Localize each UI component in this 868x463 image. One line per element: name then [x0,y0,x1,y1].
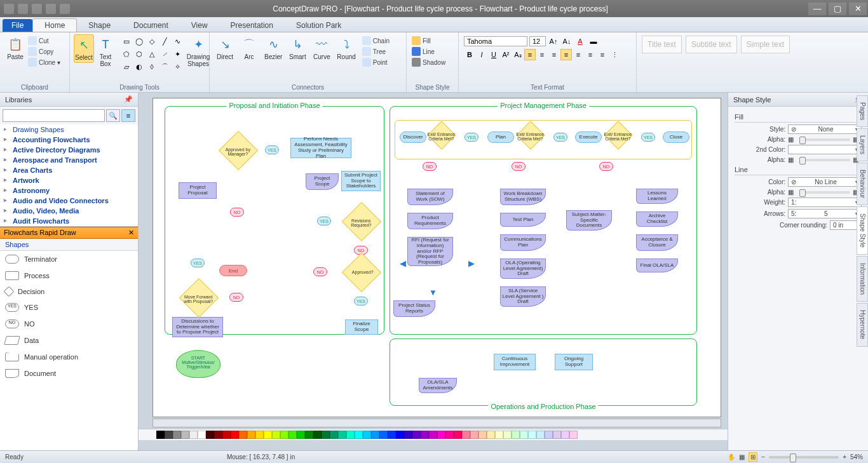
subtitle-text-placeholder[interactable]: Subtitle text [686,36,737,53]
node[interactable]: Discover [400,131,426,143]
node-doc[interactable]: OLA (Operating Level Agreement) Draft [500,258,546,279]
shape-yes[interactable]: YESYES [0,299,138,316]
lib-item[interactable]: Aerospace and Transport [0,155,138,165]
color-swatch[interactable] [280,431,288,439]
title-text-placeholder[interactable]: Title text [642,36,682,53]
shape-decision[interactable]: Decision [0,284,138,299]
library-search-input[interactable] [3,109,105,122]
color-swatch[interactable] [503,431,512,439]
qat-icon[interactable] [46,4,56,14]
sidetab-behaviour[interactable]: Behaviour [857,163,868,205]
color-swatch[interactable] [553,431,561,439]
color-swatch[interactable] [214,431,222,439]
color-swatch[interactable] [429,431,437,439]
shape-process[interactable]: Process [0,267,138,284]
italic-button[interactable]: I [476,49,487,60]
color-swatch[interactable] [330,431,338,439]
lib-item[interactable]: Audio and Video Connectors [0,196,138,206]
shape-tool-icon[interactable]: ✧ [172,61,183,72]
pin-icon[interactable]: 📌 [124,95,133,104]
connector-bezier[interactable]: ∿Bezier [262,34,285,62]
shape-document[interactable]: Document [0,365,138,382]
color-swatch[interactable] [445,431,454,439]
node[interactable]: Discussions to Determine whether to Prop… [172,317,223,337]
library-section-bar[interactable]: Flowcharts Rapid Draw✕ [0,227,138,239]
color-swatch[interactable] [264,431,272,439]
color-swatch[interactable] [338,431,346,439]
color-swatch[interactable] [297,431,305,439]
color-swatch[interactable] [569,431,578,439]
connector-point[interactable]: Point [362,57,390,67]
maximize-button[interactable]: ▢ [829,3,846,15]
shadow-button[interactable]: Shadow [412,57,453,67]
sidetab-information[interactable]: Information [857,256,868,302]
drawing-canvas[interactable]: Proposal and Initiation Phase Project Ma… [153,98,721,417]
drawing-shapes-button[interactable]: ✦Drawing Shapes [188,34,208,69]
lib-item[interactable]: Audit Flowcharts [0,216,138,226]
color-swatch[interactable] [454,431,462,439]
file-menu[interactable]: File [3,19,32,32]
font-size[interactable]: 12 [529,36,546,46]
tab-home[interactable]: Home [32,18,77,32]
color-swatch[interactable] [379,431,388,439]
color-swatch[interactable] [487,431,495,439]
lib-item[interactable]: Artwork [0,175,138,185]
shape-tool-icon[interactable]: ⬠ [121,48,132,60]
color-swatch[interactable] [222,431,231,439]
superscript-button[interactable]: A² [500,49,512,60]
copy-button[interactable]: Copy [28,46,60,57]
clone-button[interactable]: Clone ▾ [28,57,60,67]
fill-style-select[interactable]: ⊘None▾ [788,124,862,134]
color-swatch[interactable] [404,431,412,439]
color-swatch[interactable] [371,431,379,439]
node-start[interactable]: START Motive/Stimulus/ Trigger/Idea [176,350,220,378]
color-swatch[interactable] [388,431,396,439]
color-swatch[interactable] [495,431,503,439]
library-list[interactable]: Drawing Shapes Accounting Flowcharts Act… [0,124,138,227]
nav-down-icon[interactable]: ▼ [429,288,437,297]
align-center-button[interactable]: ≡ [536,49,548,60]
color-swatch[interactable] [206,431,214,439]
node[interactable]: Project Proposal [179,182,217,199]
zoom-in-button[interactable]: + [843,453,846,460]
color-swatch[interactable] [437,431,445,439]
color-swatch[interactable] [288,431,297,439]
color-swatch[interactable] [346,431,355,439]
valign-button[interactable]: ≡ [585,49,596,60]
color-swatch[interactable] [545,431,553,439]
connector-chain[interactable]: Chain [362,36,390,46]
connector-tree[interactable]: Tree [362,46,390,57]
color-swatch[interactable] [528,431,536,439]
shape-tool-icon[interactable]: ∿ [172,36,183,47]
shape-tool-icon[interactable]: ⟋ [159,48,170,60]
color-swatch[interactable] [181,431,189,439]
underline-button[interactable]: U [488,49,499,60]
nav-right-icon[interactable]: ▶ [468,258,475,268]
sidetab-layers[interactable]: Layers [857,128,868,161]
valign-button[interactable]: ≡ [573,49,584,60]
node-doc[interactable]: RFI (Request for Information) and/or RFP… [407,237,453,266]
simple-text-placeholder[interactable]: Simple text [741,36,790,53]
color-swatch[interactable] [255,431,264,439]
shape-tool-icon[interactable]: ╱ [159,36,170,47]
color-swatch[interactable] [173,431,181,439]
fill-button[interactable]: Fill [412,36,453,46]
node-doc[interactable]: SLA (Service Level Agreement ) Draft [500,286,546,307]
color-swatch[interactable] [189,431,198,439]
line-alpha-slider[interactable] [799,191,850,194]
color-swatch[interactable] [462,431,470,439]
node[interactable]: Submit Project Scope to Stakeholders [341,171,381,191]
shape-tool-icon[interactable]: ✦ [172,48,183,60]
hand-tool-icon[interactable]: ✋ [728,453,735,460]
zoom-out-button[interactable]: − [761,453,765,460]
fill-alpha-slider[interactable] [799,138,850,141]
color-swatch[interactable] [272,431,280,439]
view-toggle-button[interactable]: ≡ [121,109,135,122]
color-swatch[interactable] [231,431,239,439]
lib-item[interactable]: Area Charts [0,165,138,175]
node[interactable]: Execute [575,131,602,143]
shape-terminator[interactable]: Terminator [0,251,138,267]
node-doc[interactable]: Archive Checklist [636,211,678,227]
color-swatch[interactable] [520,431,528,439]
node[interactable]: Close [663,131,689,143]
